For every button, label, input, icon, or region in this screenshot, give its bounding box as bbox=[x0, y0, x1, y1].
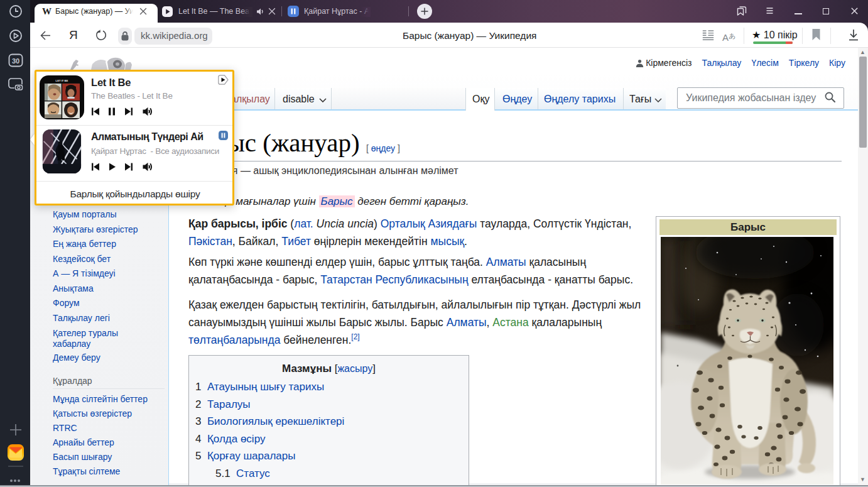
svg-text:LET IT BE: LET IT BE bbox=[56, 79, 68, 82]
svg-text:30: 30 bbox=[12, 57, 19, 65]
